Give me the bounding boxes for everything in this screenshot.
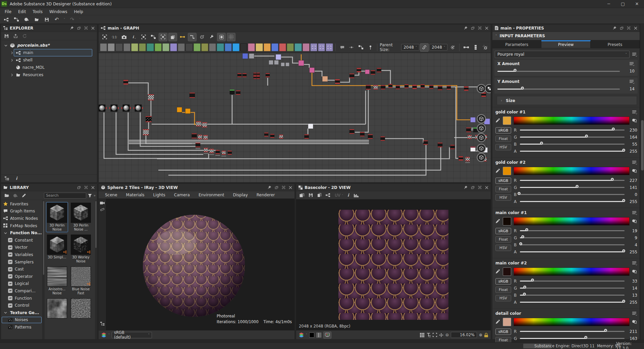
save-image-icon[interactable] (309, 193, 313, 197)
channel-value[interactable]: 255 (627, 149, 637, 154)
graph-tool-camera-icon[interactable] (120, 33, 128, 41)
channel-value[interactable]: 0 (627, 192, 637, 197)
parameter-menu-icon[interactable] (632, 110, 637, 114)
channel-value[interactable]: 163 (627, 336, 637, 341)
graph-node[interactable] (305, 135, 309, 139)
graph-node[interactable] (438, 143, 442, 147)
graph-tool-layers-icon[interactable] (168, 33, 177, 41)
fit-frame-icon[interactable] (433, 333, 437, 337)
hue-gradient-bar[interactable] (514, 318, 630, 326)
graph-node[interactable] (123, 80, 128, 85)
explorer-item-resources[interactable]: Resources (1, 71, 97, 79)
panel-pin-icon[interactable] (464, 186, 468, 189)
zoom-level-input[interactable]: 16.02% (451, 332, 477, 338)
graph-node[interactable] (405, 84, 409, 88)
graph-tool-linknodes-icon[interactable] (149, 33, 158, 41)
menu-help[interactable]: Help (70, 9, 86, 15)
graph-node[interactable] (257, 76, 260, 79)
menu-edit[interactable]: Edit (15, 9, 29, 15)
graph-node[interactable] (381, 137, 385, 141)
graph-output-node[interactable] (477, 153, 486, 162)
panel-float-icon[interactable] (77, 186, 81, 189)
color-picker-mode-icon[interactable] (632, 320, 637, 324)
view3d-menu-scene[interactable]: Scene (101, 193, 122, 197)
channel-slider-g[interactable] (520, 286, 625, 290)
search-input[interactable]: Search (44, 193, 86, 199)
graph-tool-wrench-icon[interactable] (207, 33, 216, 41)
graph-node[interactable] (464, 87, 469, 91)
library-category-atomic-nodes[interactable]: Atomic Nodes (1, 215, 42, 222)
graph-node[interactable] (450, 145, 455, 149)
parameter-slider[interactable] (497, 69, 620, 73)
graph-node[interactable] (133, 104, 143, 112)
graph-node[interactable] (396, 85, 400, 89)
view3d-menu-renderer[interactable]: Renderer (252, 193, 279, 197)
palette-node-16[interactable] (225, 43, 232, 51)
graph-node[interactable] (424, 141, 428, 145)
mode-button-srgb[interactable]: sRGB (495, 178, 511, 184)
parameter-slider[interactable] (497, 87, 620, 91)
graph-node[interactable] (429, 85, 433, 89)
graph-node[interactable] (482, 93, 486, 97)
palette-node-10[interactable] (178, 43, 185, 51)
graph-node[interactable] (190, 93, 195, 98)
panel-float-icon[interactable] (471, 26, 475, 30)
zoom-out-icon[interactable]: ⊖ (445, 333, 449, 337)
tab-parameters[interactable]: Parameters (492, 40, 541, 48)
palette-node-12[interactable] (194, 43, 201, 51)
graph-node[interactable] (381, 85, 385, 90)
info-icon[interactable]: i (16, 176, 18, 181)
channel-slider-g[interactable] (520, 336, 625, 341)
panel-pin-icon[interactable] (268, 186, 271, 189)
graph-node[interactable] (204, 148, 208, 154)
graph-node[interactable] (438, 86, 442, 90)
graph-node[interactable] (121, 104, 131, 112)
graph-node[interactable] (335, 79, 340, 84)
panel-float-icon[interactable] (471, 186, 475, 189)
undo-button[interactable]: ↶ (52, 16, 61, 23)
filter-icon[interactable] (88, 194, 92, 198)
graph-node[interactable] (228, 151, 232, 155)
palette-node-19[interactable] (248, 43, 255, 51)
camera-view-icon[interactable] (100, 201, 105, 205)
channel-slider-a[interactable] (520, 300, 625, 304)
palette-node-0[interactable] (100, 43, 107, 51)
panel-close-icon[interactable] (289, 186, 292, 189)
library-category-graph-items[interactable]: Graph Items (1, 208, 42, 215)
library-category-favorites[interactable]: Favorites (1, 200, 42, 208)
tab-preview[interactable]: Preview (541, 40, 590, 48)
graph-node[interactable] (196, 121, 201, 127)
input-parameters-section[interactable]: ˅ INPUT PARAMETERS (492, 32, 640, 40)
graph-node[interactable] (308, 124, 313, 129)
panel-max-icon[interactable] (84, 26, 88, 30)
graph-node[interactable] (465, 157, 470, 163)
graph-node[interactable] (143, 129, 149, 135)
library-category-patterns[interactable]: Patterns (1, 323, 42, 331)
library-category-samplers[interactable]: Samplers (1, 258, 42, 266)
channel-slider-a[interactable] (520, 250, 625, 254)
palette-node-27[interactable] (310, 43, 317, 51)
new-link-button[interactable] (12, 16, 21, 23)
panel-close-icon[interactable] (485, 186, 488, 189)
graph-node[interactable] (447, 86, 451, 90)
graph-node[interactable] (270, 134, 274, 138)
panel-close-icon[interactable] (485, 27, 488, 30)
mode-button-float[interactable]: Float (495, 236, 511, 243)
graph-node[interactable] (209, 149, 214, 155)
graph-node[interactable] (421, 84, 425, 88)
panel-pin-icon[interactable] (70, 26, 74, 30)
channel-slider-b[interactable] (520, 142, 625, 146)
graph-node[interactable] (468, 135, 472, 139)
graph-node[interactable] (374, 85, 378, 90)
slider-node-icon[interactable] (347, 43, 356, 52)
graph-node[interactable] (360, 132, 365, 137)
palette-node-11[interactable] (185, 43, 193, 51)
library-grid-scrollbar[interactable] (95, 200, 97, 339)
panel-max-icon[interactable] (478, 186, 482, 189)
palette-node-2[interactable] (115, 43, 122, 51)
eyedropper-icon[interactable] (495, 319, 500, 325)
link-size-icon[interactable] (420, 43, 429, 52)
graph-node[interactable] (148, 94, 154, 100)
palette-node-3[interactable] (123, 43, 130, 51)
redo-button[interactable]: ↷ (68, 16, 76, 23)
